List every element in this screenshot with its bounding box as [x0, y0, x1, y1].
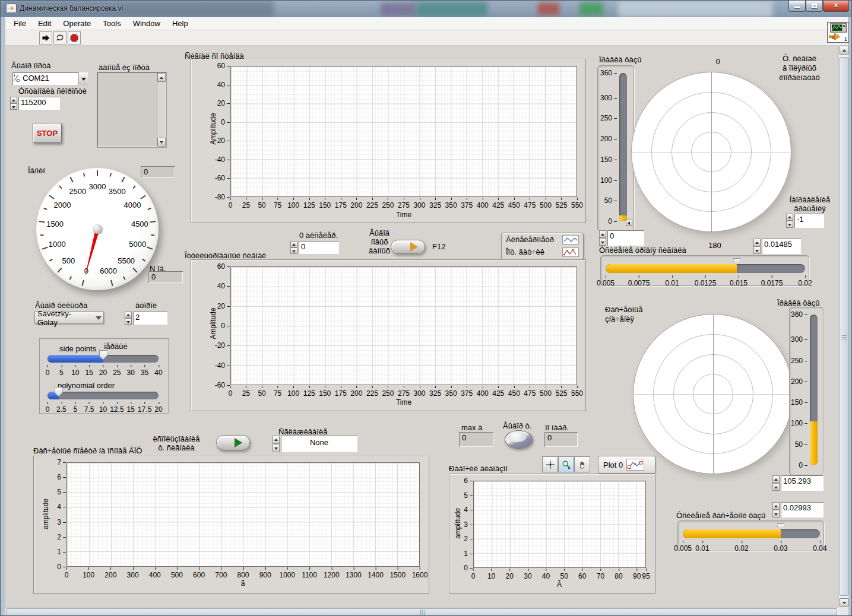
choose-t-label: Âûáîð ò. [503, 421, 531, 430]
rpm-gauge: 0500100015002000250030003500400045005000… [36, 168, 159, 290]
slider-track[interactable] [810, 315, 818, 465]
cursor-tool-button[interactable] [542, 456, 558, 472]
new-data-toggle[interactable] [391, 240, 425, 254]
menu-tools[interactable]: Tools [103, 19, 121, 28]
spinner-buttons[interactable] [273, 436, 280, 452]
tick-label: 0 [65, 571, 69, 579]
run-continuous-button[interactable] [53, 31, 66, 45]
zoom-tool-button[interactable] [558, 456, 574, 472]
pan-tool-button[interactable] [574, 456, 590, 472]
spinner-buttons[interactable] [753, 239, 761, 254]
tick-label: 3 [464, 520, 473, 529]
vertical-scroll-thumb[interactable] [840, 57, 848, 596]
tick-label: 400 [477, 389, 489, 398]
legend-accel-row[interactable]: Àêñåëåðîìåòð [502, 233, 583, 246]
horizontal-scrollbar[interactable] [5, 607, 838, 616]
slider-fill [606, 264, 737, 273]
slider-increment-button[interactable] [626, 220, 632, 226]
tick-label: 375 [461, 389, 473, 398]
baud-value[interactable]: 115200 [18, 97, 60, 110]
horizontal-scroll-thumb[interactable] [6, 608, 837, 616]
scroll-down-icon[interactable] [157, 138, 166, 147]
tick-label: 100 [83, 571, 94, 579]
slider-track[interactable] [683, 529, 820, 538]
vi-icon-badge[interactable]: 1 [827, 22, 849, 43]
spinner-buttons[interactable] [772, 475, 780, 491]
crosshair-icon [545, 460, 556, 469]
choose-t-toggle[interactable] [505, 430, 533, 449]
thumb-grip [420, 609, 425, 615]
gauge-scale-label: 4500 [131, 219, 148, 228]
f12-label: F12 [432, 242, 445, 251]
slider-track[interactable] [606, 264, 805, 273]
poly-order-slider[interactable] [47, 392, 159, 399]
tick-label: 4 [464, 506, 473, 514]
spinner-buttons[interactable] [772, 502, 780, 517]
vertical-scrollbar[interactable] [838, 46, 848, 607]
port-data-listbox[interactable] [97, 72, 167, 148]
slider-track[interactable] [619, 73, 627, 221]
tick-label: 900 [259, 571, 271, 579]
tick-label: 20 [154, 405, 162, 414]
gain-value-2[interactable]: 0.02993 [781, 502, 824, 517]
scroll-down-icon[interactable] [840, 598, 848, 607]
x-axis-label: Ã [557, 580, 562, 589]
listbox-scrollbar[interactable] [157, 73, 166, 147]
run-button[interactable] [39, 31, 52, 45]
menu-edit[interactable]: Edit [38, 19, 51, 28]
tick-label: 10 [487, 572, 495, 580]
use-phase-toggle[interactable] [216, 435, 250, 450]
menu-file[interactable]: File [14, 19, 26, 28]
menu-help[interactable]: Help [172, 19, 188, 28]
tick-label: 200 [600, 135, 617, 143]
plot-area[interactable] [473, 481, 646, 568]
tick-label: 250 [791, 357, 807, 365]
tick-label: 100 [287, 389, 299, 398]
accel-zero-value[interactable]: 0 [299, 241, 339, 254]
scroll-up-icon[interactable] [157, 73, 166, 82]
gain-value-1[interactable]: 0.01485 [762, 239, 801, 254]
plot-area[interactable] [66, 462, 420, 567]
rotation-direction-value[interactable]: -1 [794, 214, 824, 228]
legend-opt-label: Îïò. äàò÷èê [506, 247, 544, 256]
maximize-button[interactable] [806, 1, 823, 12]
tick-label: 375 [461, 201, 473, 209]
abort-button[interactable] [68, 31, 81, 45]
plot-area[interactable] [230, 66, 577, 197]
dropdown-arrow-icon[interactable] [78, 72, 88, 85]
tick-label: 350 [445, 389, 457, 398]
close-button[interactable]: × [823, 1, 849, 12]
gauge-scale-label: 0 [84, 266, 88, 275]
menu-window[interactable]: Window [133, 19, 160, 28]
phase-value-2[interactable]: 105.293 [781, 475, 824, 491]
spinner-buttons[interactable] [125, 312, 132, 325]
ring-arrow-icon[interactable] [94, 312, 103, 323]
spinner-buttons[interactable] [10, 97, 17, 110]
plot-area[interactable] [230, 266, 577, 385]
spinner-buttons[interactable] [599, 230, 606, 246]
plot0-legend[interactable]: Plot 0 [598, 456, 655, 474]
smoothing-value[interactable]: None [281, 436, 357, 452]
minimize-button[interactable] [788, 1, 806, 12]
spinner-buttons[interactable] [786, 214, 793, 228]
phase-value-1[interactable]: 0 [607, 230, 644, 246]
port-select-dropdown[interactable]: IO COM21 [12, 72, 88, 85]
stop-button[interactable]: STOP [33, 123, 62, 143]
tick-label: 50 [604, 196, 617, 205]
menu-operate[interactable]: Operate [63, 19, 91, 28]
side-points-slider[interactable] [47, 355, 159, 363]
legend-opt-row[interactable]: Îïò. äàò÷èê [502, 246, 583, 258]
scroll-up-icon[interactable] [840, 46, 848, 55]
tick-label: 40 [154, 369, 162, 377]
spinner-buttons[interactable] [290, 241, 297, 254]
tick-label: 1 [464, 550, 473, 558]
filter-dropdown[interactable]: Savetzky-Golay [34, 312, 104, 324]
tick-label: 60 [217, 62, 230, 70]
second-value[interactable]: 2 [133, 312, 167, 325]
calc-values-label: Ðàñ÷åòíûåçíà÷åíèÿ [605, 305, 643, 324]
tick-label: 0.01 [665, 279, 679, 287]
tick-label: 200 [350, 389, 362, 398]
use-phase-label: èñïîëüçîâàíèåô. ñèãíàëà [147, 434, 206, 452]
title-bar[interactable]: Динамическая балансировка.vi × [1, 1, 851, 17]
tick-label: 100 [600, 176, 617, 185]
